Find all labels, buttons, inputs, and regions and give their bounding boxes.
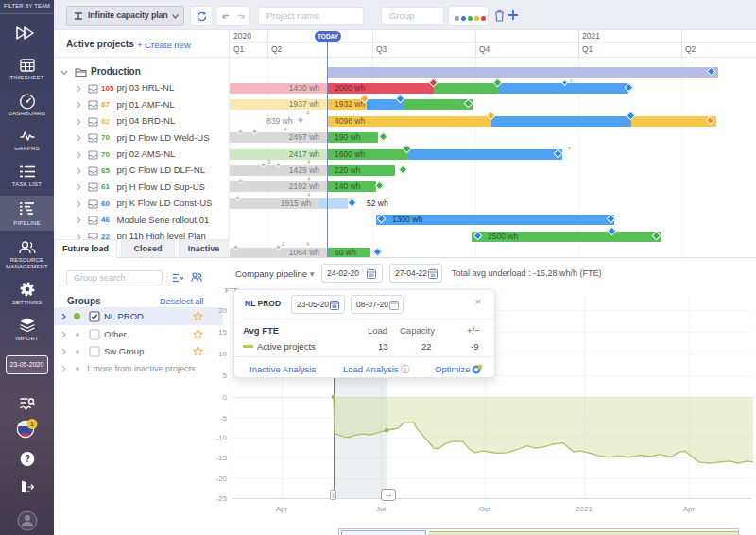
svg-text:?: ? [24, 454, 29, 464]
svg-text:1: 1 [30, 421, 34, 427]
